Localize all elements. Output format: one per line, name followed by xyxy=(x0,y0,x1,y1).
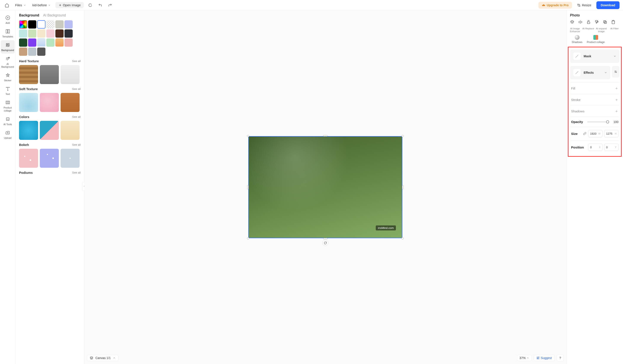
swatch[interactable] xyxy=(19,48,27,56)
upgrade-button[interactable]: Upgrade to Pro xyxy=(538,2,572,9)
canvas-indicator[interactable]: Canvas 1/1 xyxy=(87,355,118,361)
ai-tool-expand[interactable]: AI expand image xyxy=(596,27,607,33)
opacity-slider[interactable] xyxy=(587,121,609,122)
files-dropdown[interactable]: Files xyxy=(13,2,28,8)
texture-thumb[interactable] xyxy=(61,93,80,112)
sidebar-item-add[interactable]: Add xyxy=(1,13,15,26)
mask-row[interactable]: Mask xyxy=(570,49,619,63)
link-icon[interactable] xyxy=(583,132,586,135)
effects-settings-button[interactable] xyxy=(612,66,619,78)
ai-tool-replace[interactable]: AI Replace xyxy=(582,27,594,33)
see-all-bokeh[interactable]: See all xyxy=(72,143,81,146)
sidebar-item-upload[interactable]: Upload xyxy=(1,128,15,141)
add-shadow-button[interactable]: ＋ xyxy=(615,108,619,114)
lock-icon[interactable] xyxy=(586,20,592,25)
swatch[interactable] xyxy=(65,39,73,47)
sidebar-item-product-collage[interactable]: Product collage xyxy=(1,98,15,114)
download-button[interactable]: Download xyxy=(596,1,620,9)
zoom-control[interactable]: 37% xyxy=(517,355,532,361)
swatch-transparent[interactable] xyxy=(46,20,54,29)
sidebar-item-ai-background[interactable]: AI Background xyxy=(1,54,15,70)
filename-dropdown[interactable]: kid-before xyxy=(31,2,53,8)
swatch[interactable] xyxy=(65,20,73,29)
sidebar-item-templates[interactable]: Templates xyxy=(1,27,15,40)
swatch-rainbow[interactable] xyxy=(19,20,27,29)
redo-icon[interactable] xyxy=(107,2,113,9)
texture-thumb[interactable] xyxy=(19,93,38,112)
texture-thumb[interactable] xyxy=(61,65,80,84)
swatch[interactable] xyxy=(37,48,45,56)
add-stroke-button[interactable]: ＋ xyxy=(615,97,619,102)
bokeh-thumb[interactable] xyxy=(19,149,38,168)
resize-handle[interactable] xyxy=(401,135,404,137)
swatch[interactable] xyxy=(55,39,64,47)
see-all-soft-texture[interactable]: See all xyxy=(72,87,81,91)
flip-icon[interactable] xyxy=(578,20,583,25)
texture-thumb[interactable] xyxy=(40,65,59,84)
y-input[interactable]: 0Y xyxy=(604,143,619,151)
see-all-colors[interactable]: See all xyxy=(72,115,81,119)
effects-row[interactable]: Effects xyxy=(570,66,610,79)
texture-thumb[interactable] xyxy=(40,93,59,112)
swatch[interactable] xyxy=(46,29,54,38)
resize-handle[interactable] xyxy=(323,238,328,239)
x-input[interactable]: 0X xyxy=(588,143,602,151)
sub-tool-shadows[interactable]: Shadows xyxy=(572,35,582,44)
resize-handle[interactable] xyxy=(247,185,248,189)
sidebar-item-ai-tools[interactable]: AI AI Tools xyxy=(1,114,15,127)
swatch[interactable] xyxy=(19,39,27,47)
tab-background[interactable]: Background xyxy=(19,13,39,17)
resize-handle[interactable] xyxy=(402,185,403,189)
resize-handle[interactable] xyxy=(323,135,328,136)
svg-marker-32 xyxy=(90,356,93,358)
tab-ai-background[interactable]: AI Background xyxy=(43,13,66,17)
swatch-white[interactable] xyxy=(37,20,45,29)
color-thumb[interactable] xyxy=(40,121,59,140)
swatch[interactable] xyxy=(28,29,36,38)
see-all-podiums[interactable]: See all xyxy=(72,171,81,174)
ai-tool-enhancer[interactable]: AI Image Enhancer xyxy=(569,27,581,33)
swatch[interactable] xyxy=(37,29,45,38)
color-thumb[interactable] xyxy=(19,121,38,140)
layers-icon[interactable] xyxy=(570,20,575,25)
home-icon[interactable] xyxy=(3,2,10,9)
sidebar-item-background[interactable]: Background xyxy=(1,40,15,53)
resize-button[interactable]: Resize xyxy=(575,2,594,9)
sidebar-item-sticker[interactable]: Sticker xyxy=(1,70,15,84)
resize-handle[interactable] xyxy=(247,237,249,240)
duplicate-icon[interactable] xyxy=(603,20,608,25)
height-input[interactable]: 1275H xyxy=(604,130,619,137)
swatch[interactable] xyxy=(55,29,64,38)
ai-tool-filter[interactable]: AI Filter xyxy=(608,27,621,33)
swatch-black[interactable] xyxy=(28,20,36,29)
sub-tool-product-collage[interactable]: Product collage xyxy=(587,35,605,44)
bokeh-thumb[interactable] xyxy=(61,149,80,168)
canvas-image[interactable]: insMind.com xyxy=(248,136,402,238)
swatch[interactable] xyxy=(19,29,27,38)
add-fill-button[interactable]: ＋ xyxy=(615,86,619,91)
width-input[interactable]: 1920W xyxy=(588,130,602,137)
resize-handle[interactable] xyxy=(401,237,404,240)
swatch[interactable] xyxy=(37,39,45,47)
help-button[interactable]: ? xyxy=(557,354,564,361)
swatch[interactable] xyxy=(46,39,54,47)
swatch[interactable] xyxy=(65,29,73,38)
sync-icon[interactable] xyxy=(87,2,94,9)
swatch[interactable] xyxy=(55,20,64,29)
app-header: Files kid-before Open Image xyxy=(0,0,623,10)
chevron-up-icon xyxy=(113,357,115,359)
open-image-button[interactable]: Open Image xyxy=(55,2,84,8)
rotate-handle[interactable] xyxy=(322,240,328,246)
bokeh-thumb[interactable] xyxy=(40,149,59,168)
see-all-hard-texture[interactable]: See all xyxy=(72,60,81,63)
resize-handle[interactable] xyxy=(247,135,249,137)
texture-thumb[interactable] xyxy=(19,65,38,84)
paint-icon[interactable] xyxy=(595,20,600,25)
trash-icon[interactable] xyxy=(611,20,616,25)
sidebar-item-text[interactable]: Text xyxy=(1,84,15,97)
swatch[interactable] xyxy=(28,39,36,47)
swatch[interactable] xyxy=(28,48,36,56)
undo-icon[interactable] xyxy=(97,2,104,9)
suggest-button[interactable]: Suggest xyxy=(534,355,555,361)
color-thumb[interactable] xyxy=(61,121,80,140)
